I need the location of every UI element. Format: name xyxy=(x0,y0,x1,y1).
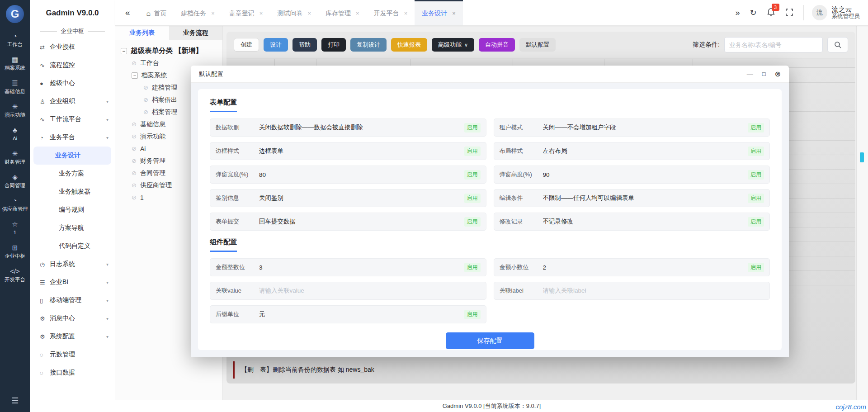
config-row[interactable]: 边框样式 边框表单 启用 xyxy=(210,142,486,160)
minimize-icon[interactable]: — xyxy=(747,71,753,77)
fullscreen-icon[interactable] xyxy=(785,8,793,18)
config-row[interactable]: 编辑条件 不限制——任何人均可以编辑表单 启用 xyxy=(494,189,770,207)
app-window: G ◔ 工作台 ▦ 档案系统 ☰ 基础信息 ✳ 演示功能 ♣ Ai xyxy=(0,0,868,412)
config-row[interactable]: 关联value 请输入关联value xyxy=(210,282,486,300)
app-logo[interactable]: G xyxy=(0,0,30,28)
refresh-icon[interactable]: ↻ xyxy=(750,9,756,17)
sidebar-item[interactable]: ☰ 企业BI ▾ xyxy=(30,273,115,291)
notifications-bell-icon[interactable]: 3 xyxy=(767,8,775,18)
rail-item-icon: ⊞ xyxy=(1,244,29,252)
tree-node-action[interactable]: 【新增】 xyxy=(175,46,203,56)
user-menu[interactable]: 流 流之云 系统管理员 xyxy=(803,5,860,20)
config-row[interactable]: 数据软删 关闭数据软删除——数据会被直接删除 启用 xyxy=(210,118,486,137)
tree-node[interactable]: − 超级表单分类 【新增】 xyxy=(118,45,220,57)
sidebar-subitem[interactable]: 代码自定义 xyxy=(33,237,111,255)
page-tab[interactable]: 库存管理 × xyxy=(318,0,367,25)
rail-item-icon: ✳ xyxy=(1,150,29,158)
rail-item[interactable]: </> 开发平台 xyxy=(0,263,30,287)
config-row[interactable]: 金额整数位 3 启用 xyxy=(210,258,486,276)
toolbar-button[interactable]: 高级功能 ∨ xyxy=(432,38,474,52)
config-label: 数据软删 xyxy=(216,123,259,132)
rail-item[interactable]: ☆ 1 xyxy=(0,216,30,240)
sidebar-item[interactable]: ⚙ 系统配置 ▾ xyxy=(30,327,115,346)
page-tab[interactable]: 测试问卷 × xyxy=(270,0,318,25)
rail-item[interactable]: ✳ 财务管理 xyxy=(0,146,30,169)
sidebar-subitem[interactable]: 编号规则 xyxy=(33,201,111,219)
rail-item[interactable]: ♣ Ai xyxy=(0,122,30,146)
page-tab[interactable]: 建档任务 × xyxy=(174,0,222,25)
close-tab-icon[interactable]: × xyxy=(404,10,408,17)
sidebar-item[interactable]: ♙ 企业组织 ▾ xyxy=(30,92,115,110)
config-row[interactable]: 弹窗高度(%) 90 启用 xyxy=(494,166,770,184)
close-tab-icon[interactable]: × xyxy=(259,10,263,17)
collapse-node-icon[interactable]: − xyxy=(132,72,138,79)
config-row[interactable]: 布局样式 左右布局 启用 xyxy=(494,142,770,160)
sidebar-item[interactable]: ◌ 接口数据 xyxy=(30,364,115,382)
page-tab[interactable]: 盖章登记 × xyxy=(222,0,270,25)
close-tab-icon[interactable]: × xyxy=(211,10,215,17)
config-row[interactable]: 金额小数位 2 启用 xyxy=(494,258,770,276)
tree-panel-tab[interactable]: 业务列表 xyxy=(115,26,169,40)
save-config-button[interactable]: 保存配置 xyxy=(446,332,534,349)
close-icon[interactable]: ⊗ xyxy=(775,71,781,78)
sidebar-subitem[interactable]: 方案导航 xyxy=(33,219,111,237)
config-row[interactable]: 鉴别信息 关闭鉴别 启用 xyxy=(210,189,486,207)
tree-node-label: 档案系统 xyxy=(142,71,167,80)
config-row[interactable]: 后缀单位 元 启用 xyxy=(210,305,486,323)
vertical-scrollbar-track[interactable] xyxy=(856,26,868,400)
tree-panel-tab[interactable]: 业务流程 xyxy=(169,26,223,40)
rail-item[interactable]: ◔ 工作台 xyxy=(0,28,30,52)
close-tab-icon[interactable]: × xyxy=(307,10,311,17)
rail-item[interactable]: ◈ 合同管理 xyxy=(0,169,30,193)
filter-input[interactable] xyxy=(724,37,823,52)
log-row: 【删 表】删除当前备份的数据表 如 news_bak xyxy=(233,360,849,380)
config-label: 金额整数位 xyxy=(216,263,259,271)
rail-item[interactable]: ☰ 基础信息 xyxy=(0,75,30,99)
dialog-header[interactable]: 默认配置 — □ ⊗ xyxy=(191,66,789,83)
sidebar-item[interactable]: ● 超级中心 xyxy=(30,74,115,92)
toolbar-button[interactable]: 打印 xyxy=(321,38,346,52)
sidebar-item[interactable]: ◷ 日志系统 ▾ xyxy=(30,255,115,273)
scrollbar-thumb[interactable] xyxy=(860,152,864,162)
toolbar-button[interactable]: 自动拼音 xyxy=(479,38,515,52)
search-button[interactable] xyxy=(827,37,848,52)
rail-item[interactable]: ▦ 档案系统 xyxy=(0,52,30,75)
expand-tabs-icon[interactable]: » xyxy=(735,9,740,17)
watermark: cojz8.com xyxy=(835,403,866,411)
config-row[interactable]: 弹窗宽度(%) 80 启用 xyxy=(210,166,486,184)
config-row[interactable]: 表单提交 回车提交数据 启用 xyxy=(210,213,486,231)
toolbar-button[interactable]: 快速报表 xyxy=(391,38,427,52)
toolbar-button[interactable]: 默认配置 xyxy=(519,38,556,52)
toolbar-button[interactable]: 复制设计 xyxy=(350,38,387,52)
config-row[interactable]: 租户模式 关闭——不会增加租户字段 启用 xyxy=(494,118,770,137)
config-label: 编辑条件 xyxy=(500,194,543,202)
maximize-icon[interactable]: □ xyxy=(762,71,766,77)
toolbar-button[interactable]: 帮助 xyxy=(292,38,317,52)
config-row[interactable]: 关联label 请输入关联label xyxy=(494,282,770,300)
page-tab[interactable]: 业务设计 × xyxy=(415,0,463,25)
close-tab-icon[interactable]: × xyxy=(356,10,359,17)
sidebar-item[interactable]: ▯ 移动端管理 ▾ xyxy=(30,291,115,309)
toolbar-button[interactable]: 创建 xyxy=(234,38,259,52)
sidebar-item[interactable]: ⚙ 消息中心 ▾ xyxy=(30,309,115,327)
sidebar-item[interactable]: ◔ 业务平台 ▾ xyxy=(30,128,115,147)
sidebar-item[interactable]: ⇄ 企业授权 xyxy=(30,38,115,56)
rail-item[interactable]: ◔ 供应商管理 xyxy=(0,193,30,216)
toolbar-button[interactable]: 设计 xyxy=(264,38,288,52)
sidebar-subitem[interactable]: 业务设计 xyxy=(33,147,111,165)
rail-item[interactable]: ✳ 演示功能 xyxy=(0,99,30,122)
sidebar-item[interactable]: ∿ 流程监控 xyxy=(30,56,115,74)
page-tab[interactable]: ⌂ 首页 xyxy=(139,0,174,25)
sidebar-subitem[interactable]: 业务方案 xyxy=(33,165,111,183)
collapse-node-icon[interactable]: − xyxy=(121,48,127,54)
rail-item[interactable]: ⊞ 企业中枢 xyxy=(0,240,30,263)
config-label: 弹窗高度(%) xyxy=(500,170,543,179)
collapse-tabs-icon[interactable]: « xyxy=(115,0,139,25)
sidebar-item[interactable]: ◌ 元数管理 xyxy=(30,346,115,364)
close-tab-icon[interactable]: × xyxy=(452,10,456,17)
config-row[interactable]: 修改记录 不记录修改 启用 xyxy=(494,213,770,231)
menu-collapse-icon[interactable]: ☰ xyxy=(11,396,19,406)
page-tab[interactable]: 开发平台 × xyxy=(367,0,415,25)
sidebar-item[interactable]: ∿ 工作流平台 ▾ xyxy=(30,110,115,128)
sidebar-subitem[interactable]: 业务触发器 xyxy=(33,183,111,201)
